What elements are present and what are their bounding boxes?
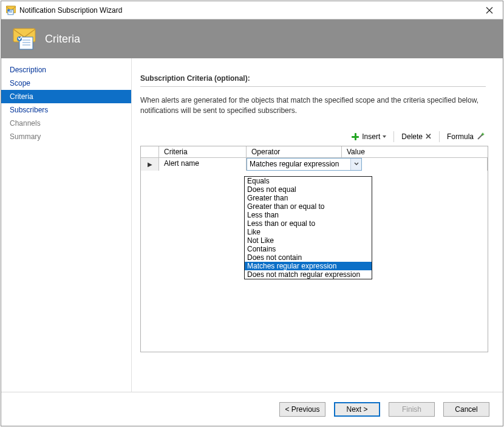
value-cell[interactable] [362, 158, 488, 171]
next-button[interactable]: Next > [334, 402, 380, 417]
plus-icon [351, 132, 359, 141]
operator-combo[interactable]: Matches regular expression [247, 158, 362, 171]
criteria-cell[interactable]: Alert name [159, 158, 247, 171]
insert-label: Insert [362, 132, 380, 141]
operator-option[interactable]: Not Like [245, 236, 372, 245]
sidebar-item-description[interactable]: Description [1, 63, 131, 77]
header-banner: Criteria [1, 19, 503, 58]
operator-cell[interactable]: Matches regular expression [247, 158, 362, 171]
criteria-toolbar: Insert Delete ✕ Formula [140, 130, 488, 143]
operator-option[interactable]: Contains [245, 245, 372, 253]
operator-option[interactable]: Equals [245, 177, 372, 185]
operator-option[interactable]: Does not match regular expression [245, 270, 372, 279]
chevron-down-icon [354, 162, 359, 166]
close-icon [486, 7, 493, 14]
delete-label: Delete [401, 132, 423, 141]
svg-line-13 [478, 134, 483, 139]
operator-option[interactable]: Greater than [245, 194, 372, 202]
section-heading: Subscription Criteria (optional): [140, 74, 486, 87]
cancel-button[interactable]: Cancel [443, 402, 489, 417]
operator-combo-button[interactable] [350, 159, 361, 170]
sidebar-item-summary: Summary [1, 130, 131, 143]
wizard-window: Notification Subscription Wizard Criteri… [1, 1, 503, 426]
row-indicator[interactable]: ▶ [141, 158, 159, 171]
body: Description Scope Criteria Subscribers C… [1, 58, 503, 392]
sidebar: Description Scope Criteria Subscribers C… [1, 58, 132, 392]
window-title: Notification Subscription Wizard [19, 6, 476, 15]
column-header-criteria[interactable]: Criteria [159, 146, 247, 158]
delete-button[interactable]: Delete ✕ [398, 130, 435, 143]
window-icon [6, 5, 16, 15]
grid-header: Criteria Operator Value [141, 146, 488, 158]
close-button[interactable] [476, 1, 503, 19]
operator-option[interactable]: Like [245, 228, 372, 236]
helper-text: When alerts are generated for the object… [140, 95, 486, 117]
column-header-value[interactable]: Value [342, 146, 488, 158]
magic-wand-icon [476, 132, 485, 141]
sidebar-item-scope[interactable]: Scope [1, 77, 131, 90]
sidebar-item-criteria[interactable]: Criteria [1, 90, 131, 103]
formula-label: Formula [447, 132, 474, 141]
main-panel: Subscription Criteria (optional): When a… [132, 58, 503, 392]
operator-option[interactable]: Does not contain [245, 253, 372, 262]
sidebar-item-channels: Channels [1, 117, 131, 130]
operator-option[interactable]: Less than [245, 211, 372, 219]
insert-button[interactable]: Insert [347, 130, 390, 143]
title-bar: Notification Subscription Wizard [1, 1, 503, 19]
finish-button: Finish [389, 402, 435, 417]
separator [439, 131, 440, 142]
row-header-corner [141, 146, 159, 158]
footer: < Previous Next > Finish Cancel [1, 392, 503, 426]
sidebar-item-subscribers[interactable]: Subscribers [1, 103, 131, 117]
x-icon: ✕ [425, 132, 432, 140]
column-header-operator[interactable]: Operator [247, 146, 342, 158]
banner-title: Criteria [45, 33, 80, 46]
operator-option[interactable]: Matches regular expression [245, 262, 372, 270]
grid-row: ▶ Alert name Matches regular expression [141, 158, 488, 171]
operator-option[interactable]: Less than or equal to [245, 219, 372, 228]
chevron-down-icon [383, 135, 386, 138]
operator-option[interactable]: Does not equal [245, 185, 372, 194]
banner-icon [12, 28, 36, 50]
operator-option[interactable]: Greater than or equal to [245, 202, 372, 211]
formula-button[interactable]: Formula [443, 130, 488, 143]
separator [393, 131, 394, 142]
operator-combo-text: Matches regular expression [247, 159, 350, 170]
previous-button[interactable]: < Previous [279, 402, 325, 417]
operator-dropdown[interactable]: EqualsDoes not equalGreater thanGreater … [244, 176, 372, 279]
svg-point-4 [7, 9, 10, 12]
